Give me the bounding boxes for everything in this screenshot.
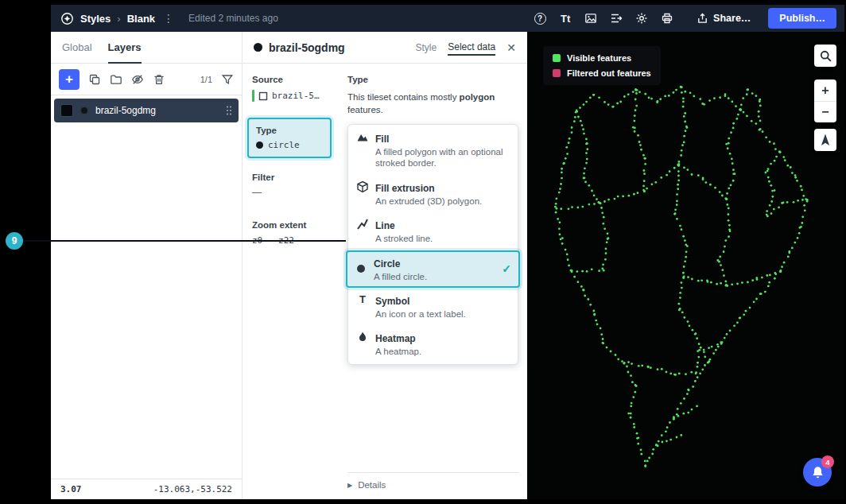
layer-counter: 1/1	[200, 75, 212, 84]
breadcrumb: Styles › Blank ⋮ Edited 2 minutes ago	[60, 12, 278, 25]
screenshot-root: Styles › Blank ⋮ Edited 2 minutes ago ? …	[0, 0, 846, 504]
fill-icon	[356, 131, 369, 144]
settings-button[interactable]	[631, 8, 652, 29]
type-option-fill-extrusion[interactable]: Fill extrusionAn extruded (3D) polygon.	[348, 175, 518, 212]
details-toggle[interactable]: ▶ Details	[347, 472, 519, 490]
type-summary-box[interactable]: Type circle	[247, 118, 332, 158]
tileset-icon	[258, 91, 268, 101]
layers-sidebar: Global Layers + 1/1	[51, 32, 243, 499]
check-icon: ✓	[497, 262, 511, 275]
map-search-button[interactable]	[814, 45, 836, 67]
drag-handle-icon[interactable]	[226, 105, 232, 116]
notification-badge: 4	[821, 456, 834, 468]
coordinates: -13.063,-53.522	[153, 484, 232, 494]
tab-style[interactable]: Style	[416, 42, 437, 53]
help-button[interactable]: ?	[530, 8, 550, 29]
option-desc: An extruded (3D) polygon.	[375, 196, 510, 207]
map-view: Visible features Filtered out features +…	[527, 32, 844, 499]
option-desc: A stroked line.	[375, 233, 510, 244]
data-export-icon	[610, 12, 623, 25]
annotation-marker-9: 9	[6, 232, 23, 250]
compass-button[interactable]	[814, 129, 836, 151]
type-option-circle[interactable]: CircleA filled circle. ✓	[346, 250, 520, 288]
source-value-row[interactable]: brazil-5ogdmg	[252, 90, 328, 102]
tileset-description: This tileset contains mostly polygon fea…	[347, 91, 518, 116]
heatmap-icon	[356, 331, 369, 343]
delete-layer-button[interactable]	[153, 73, 165, 86]
compass-needle-icon	[817, 131, 834, 149]
source-label: Source	[252, 75, 328, 84]
map-canvas[interactable]	[527, 32, 844, 499]
legend-label: Visible features	[567, 53, 631, 63]
zoom-extent-block[interactable]: Zoom extent z0 – z22	[252, 220, 328, 246]
legend-row-visible: Visible features	[553, 53, 651, 63]
editor-tabs: Style Select data	[416, 41, 496, 54]
fonts-button[interactable]: Tt	[555, 8, 576, 29]
editor-layer-title: brazil-5ogdmg	[269, 41, 345, 54]
filter-layers-button[interactable]	[221, 73, 234, 86]
zoom-in-button[interactable]: +	[814, 79, 836, 101]
share-button[interactable]: Share…	[690, 10, 757, 28]
gear-icon	[635, 12, 648, 25]
search-icon	[819, 49, 832, 63]
layer-color-swatch	[60, 104, 73, 117]
filtered-features-swatch	[553, 69, 561, 77]
type-option-fill[interactable]: FillA filled polygon with an optional st…	[348, 126, 518, 175]
layer-list: brazil-5ogdmg	[51, 95, 242, 479]
print-button[interactable]	[657, 8, 677, 29]
tab-select-data[interactable]: Select data	[448, 41, 495, 54]
close-icon[interactable]: ✕	[506, 41, 516, 54]
sidebar-tabs: Global Layers	[51, 32, 242, 64]
duplicate-layer-button[interactable]	[88, 73, 101, 86]
kebab-menu-icon[interactable]: ⋮	[161, 12, 176, 25]
content-area: Global Layers + 1/1	[51, 32, 844, 499]
filter-block[interactable]: Filter —	[252, 173, 328, 198]
images-button[interactable]	[580, 8, 601, 29]
data-button[interactable]	[606, 8, 627, 29]
tab-layers[interactable]: Layers	[108, 32, 142, 64]
bell-icon	[810, 465, 825, 480]
editor-body: Source brazil-5ogdmg Type circle	[243, 64, 527, 499]
fonts-icon: Tt	[561, 13, 570, 25]
source-color-bar	[252, 90, 254, 102]
share-label: Share…	[713, 13, 751, 24]
folder-icon	[110, 73, 122, 86]
breadcrumb-styles[interactable]: Styles	[80, 13, 111, 25]
top-bar: Styles › Blank ⋮ Edited 2 minutes ago ? …	[51, 5, 844, 32]
editor-summary-column: Source brazil-5ogdmg Type circle	[243, 64, 338, 499]
option-title: Circle	[374, 258, 400, 269]
zoom-controls: + −	[814, 79, 836, 122]
tab-global[interactable]: Global	[62, 32, 92, 64]
type-option-line[interactable]: LineA stroked line.	[348, 212, 518, 250]
zoom-out-button[interactable]: −	[814, 101, 836, 122]
printer-icon	[661, 12, 673, 25]
add-layer-button[interactable]: +	[59, 69, 80, 90]
topbar-actions: ? Tt Share… Publish…	[530, 8, 836, 29]
layer-name: brazil-5ogdmg	[95, 105, 156, 116]
hide-layer-button[interactable]	[131, 73, 144, 86]
help-icon: ?	[534, 13, 546, 25]
type-option-symbol[interactable]: T SymbolAn icon or a text label.	[348, 288, 518, 325]
mapbox-studio-window: Styles › Blank ⋮ Edited 2 minutes ago ? …	[51, 5, 844, 499]
share-icon	[697, 13, 708, 25]
funnel-icon	[221, 73, 234, 86]
style-name[interactable]: Blank	[127, 13, 155, 25]
type-value: circle	[268, 140, 300, 150]
option-title: Fill extrusion	[375, 183, 435, 194]
filter-label: Filter	[252, 173, 328, 182]
filter-value: —	[252, 187, 328, 198]
layer-editor-panel: brazil-5ogdmg Style Select data ✕ Source…	[243, 32, 527, 499]
group-layers-button[interactable]	[110, 73, 122, 86]
option-desc: A filled polygon with an optional stroke…	[375, 146, 510, 169]
option-desc: A filled circle.	[374, 271, 491, 282]
image-icon	[584, 12, 597, 25]
circle-icon	[355, 262, 367, 275]
layer-row-brazil[interactable]: brazil-5ogdmg	[54, 99, 239, 122]
symbol-icon: T	[356, 293, 369, 306]
notifications-button[interactable]: 4	[803, 458, 832, 487]
type-option-heatmap[interactable]: HeatmapA heatmap.	[348, 325, 518, 362]
features-legend: Visible features Filtered out features	[543, 46, 661, 85]
legend-label: Filtered out features	[567, 68, 651, 78]
mapbox-logo-icon[interactable]	[60, 12, 74, 25]
publish-button[interactable]: Publish…	[768, 8, 836, 29]
